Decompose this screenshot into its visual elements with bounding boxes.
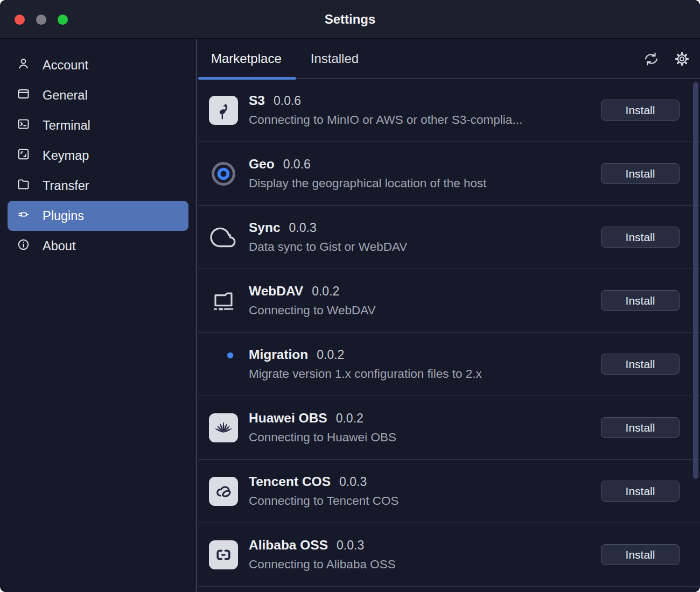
plugin-name: WebDAV [249,284,303,299]
user-icon [16,57,31,74]
sidebar-item-label: About [43,239,75,253]
plugin-row[interactable]: Sync 0.0.3 Data sync to Gist or WebDAV I… [198,206,700,269]
zoom-button[interactable] [58,15,68,25]
toolbar [643,39,690,78]
tab-label: Marketplace [211,51,282,66]
traffic-lights [15,15,68,25]
plugin-description: Connecting to MinIO or AWS or other S3-c… [249,113,601,127]
tab-installed[interactable]: Installed [296,39,373,78]
settings-window: Settings Account General Terminal Keymap… [0,0,700,592]
titlebar: Settings [0,0,700,39]
plugin-version: 0.0.2 [336,411,363,426]
plugin-name: Geo [249,157,275,172]
install-button[interactable]: Install [601,100,680,121]
plugin-description: Display the geographical location of the… [249,177,601,191]
install-button[interactable]: Install [601,163,680,184]
alibaba-cloud-icon [209,540,238,569]
sidebar-item-label: Keymap [43,149,89,163]
plugin-row[interactable]: S3 0.0.6 Connecting to MinIO or AWS or o… [198,79,700,142]
sidebar-item-label: Terminal [43,118,90,133]
sparkle-icon [209,350,238,379]
install-button[interactable]: Install [601,227,680,248]
plugin-description: Connecting to WebDAV [249,304,601,318]
plugin-name: Alibaba OSS [249,538,328,553]
plugin-version: 0.0.3 [337,538,364,553]
sidebar-item-plugins[interactable]: Plugins [8,201,188,231]
folder-icon [16,177,31,195]
refresh-icon[interactable] [643,51,660,67]
plugin-row[interactable]: Migration 0.0.2 Migrate version 1.x conf… [198,333,700,396]
install-button[interactable]: Install [601,417,680,438]
plugin-row[interactable]: Huawei OBS 0.0.2 Connecting to Huawei OB… [198,396,700,460]
close-button[interactable] [15,15,25,25]
plugin-version: 0.0.3 [339,475,367,489]
install-button[interactable]: Install [601,481,680,502]
plugin-description: Connecting to Huawei OBS [249,431,601,445]
cloud-icon [209,223,238,252]
plugin-description: Connecting to Tencent COS [249,494,601,508]
install-button[interactable]: Install [601,290,680,311]
plugin-row[interactable]: WebDAV 0.0.2 Connecting to WebDAV Instal… [198,269,700,333]
tencent-cloud-icon [209,477,238,506]
scrollbar-thumb[interactable] [693,82,698,479]
sidebar-item-account[interactable]: Account [0,50,196,80]
sidebar-item-about[interactable]: About [0,231,196,261]
terminal-icon [16,117,31,135]
sidebar-item-keymap[interactable]: Keymap [0,140,196,171]
tab-label: Installed [311,51,359,66]
plugin-row[interactable]: Alibaba OSS 0.0.3 Connecting to Alibaba … [198,523,700,587]
plug-icon [16,207,31,225]
window-title: Settings [325,12,376,27]
plugin-name: Huawei OBS [249,411,327,426]
plugin-list: S3 0.0.6 Connecting to MinIO or AWS or o… [198,79,700,592]
sidebar-item-label: Transfer [43,179,89,193]
install-button[interactable]: Install [601,354,680,375]
minimize-button[interactable] [36,15,46,25]
plugin-name: S3 [249,93,265,108]
plugin-version: 0.0.3 [289,221,317,235]
plugin-row[interactable]: Tencent COS 0.0.3 Connecting to Tencent … [198,460,700,523]
info-icon [16,237,31,255]
plugin-description: Data sync to Gist or WebDAV [249,240,601,254]
sidebar-item-label: Plugins [43,209,84,223]
plugin-version: 0.0.6 [283,157,311,172]
tabbar: MarketplaceInstalled [198,39,700,79]
plugin-row[interactable]: Geo 0.0.6 Display the geographical locat… [198,142,700,206]
plugin-description: Connecting to Alibaba OSS [249,558,601,572]
gear-icon[interactable] [674,51,690,67]
plugin-description: Migrate version 1.x configuration files … [249,367,601,381]
keymap-icon [16,147,31,165]
plugin-version: 0.0.2 [317,348,344,362]
sidebar-item-terminal[interactable]: Terminal [0,110,196,140]
plugin-version: 0.0.6 [274,94,301,108]
plugin-version: 0.0.2 [312,284,339,299]
network-folder-icon [209,286,238,315]
tab-marketplace[interactable]: Marketplace [198,39,296,78]
sidebar-item-general[interactable]: General [0,80,196,110]
main-panel: MarketplaceInstalled S3 0.0.6 Connecting… [198,39,700,592]
plugin-name: Migration [249,347,308,362]
sidebar-item-transfer[interactable]: Transfer [0,171,196,201]
plugin-name: Tencent COS [249,474,331,489]
window-icon [16,87,31,104]
install-button[interactable]: Install [601,544,680,565]
huawei-logo-icon [209,413,238,442]
sidebar-item-label: General [43,88,88,103]
sidebar: Account General Terminal Keymap Transfer… [0,39,197,592]
minio-bird-icon [209,96,238,125]
sidebar-item-label: Account [43,58,88,73]
geo-rings-icon [209,159,238,188]
plugin-name: Sync [249,220,281,235]
